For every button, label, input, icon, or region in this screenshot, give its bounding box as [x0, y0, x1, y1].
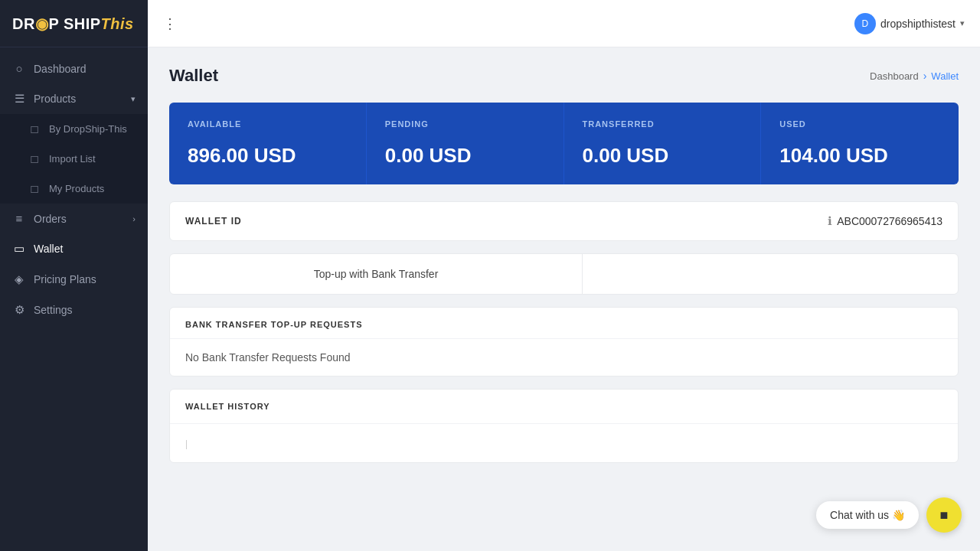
- available-label: AVAILABLE: [188, 119, 348, 129]
- wallet-card-transferred: TRANSFERRED 0.00 USD: [564, 103, 762, 184]
- chat-label: Chat with us 👋: [816, 501, 919, 529]
- sidebar-item-dashboard[interactable]: ○ Dashboard: [0, 54, 148, 83]
- logo-text: DR◉P SHIPThis: [12, 15, 134, 33]
- sidebar-item-label: Wallet: [34, 243, 63, 255]
- orders-icon: ≡: [12, 212, 26, 225]
- breadcrumb-parent[interactable]: Dashboard: [870, 70, 919, 82]
- bank-transfer-header: BANK TRANSFER TOP-UP REQUESTS: [170, 308, 958, 339]
- bank-transfer-section: BANK TRANSFER TOP-UP REQUESTS No Bank Tr…: [169, 307, 959, 377]
- sidebar-item-products[interactable]: ☰ Products ▾: [0, 83, 148, 114]
- pending-label: PENDING: [385, 119, 545, 129]
- wallet-history-line: |: [185, 439, 188, 449]
- wallet-history-section: WALLET HISTORY |: [169, 389, 959, 463]
- chat-widget: Chat with us 👋 ■: [816, 497, 962, 533]
- wallet-id-row: WALLET ID ℹ ABC00072766965413: [169, 201, 959, 241]
- sidebar-item-my-products[interactable]: □ My Products: [0, 174, 148, 204]
- wallet-history-header: WALLET HISTORY: [170, 390, 958, 424]
- logo-drop: DR: [12, 15, 35, 32]
- sidebar-item-label: Pricing Plans: [34, 273, 96, 285]
- sidebar-item-label: My Products: [49, 183, 104, 194]
- page-title: Wallet: [169, 66, 218, 86]
- sidebar-nav: ○ Dashboard ☰ Products ▾ □ By DropShip-T…: [0, 47, 148, 551]
- sidebar-submenu-products: □ By DropShip-This □ Import List □ My Pr…: [0, 114, 148, 204]
- available-value: 896.00 USD: [188, 144, 348, 168]
- submenu-icon: □: [28, 182, 41, 195]
- info-icon: ℹ: [828, 214, 832, 228]
- pending-value: 0.00 USD: [385, 144, 545, 168]
- main-area: ⋮ D dropshipthistest ▾ Wallet Dashboard …: [148, 0, 980, 551]
- sidebar-item-settings[interactable]: ⚙ Settings: [0, 295, 148, 325]
- wallet-card-available: AVAILABLE 896.00 USD: [169, 103, 367, 184]
- logo-ship: P SHIP: [48, 15, 100, 32]
- chat-button[interactable]: ■: [926, 497, 962, 533]
- wallet-id-number: ABC00072766965413: [837, 215, 942, 227]
- transferred-value: 0.00 USD: [583, 144, 743, 168]
- wallet-icon: ▭: [12, 242, 26, 256]
- sidebar-item-label: By DropShip-This: [49, 123, 127, 135]
- sidebar-item-orders[interactable]: ≡ Orders ›: [0, 204, 148, 233]
- account-chevron-icon: ▾: [960, 18, 965, 28]
- bank-transfer-title: BANK TRANSFER TOP-UP REQUESTS: [185, 320, 942, 329]
- chevron-down-icon: ▾: [131, 94, 136, 104]
- sidebar-item-label: Orders: [34, 213, 67, 225]
- breadcrumb-current: Wallet: [931, 70, 959, 82]
- wallet-history-body: |: [170, 424, 958, 462]
- logo: DR◉P SHIPThis: [0, 0, 148, 47]
- submenu-icon: □: [28, 152, 41, 165]
- breadcrumb-separator: ›: [923, 70, 927, 82]
- wallet-id-label: WALLET ID: [185, 216, 242, 227]
- sidebar-item-by-dropship[interactable]: □ By DropShip-This: [0, 114, 148, 144]
- sidebar-item-wallet[interactable]: ▭ Wallet: [0, 233, 148, 264]
- content-area: Wallet Dashboard › Wallet AVAILABLE 896.…: [148, 47, 980, 551]
- page-header: Wallet Dashboard › Wallet: [169, 66, 959, 86]
- used-value: 104.00 USD: [779, 144, 940, 168]
- topbar-account[interactable]: D dropshipthistest ▾: [854, 13, 965, 34]
- settings-icon: ⚙: [12, 303, 26, 317]
- avatar: D: [854, 13, 876, 34]
- sidebar-item-pricing-plans[interactable]: ◈ Pricing Plans: [0, 264, 148, 295]
- logo-this: This: [101, 15, 134, 32]
- bank-transfer-empty-message: No Bank Transfer Requests Found: [185, 351, 351, 364]
- topup-right-area: [583, 254, 958, 294]
- wallet-card-pending: PENDING 0.00 USD: [367, 103, 564, 184]
- wallet-id-value: ℹ ABC00072766965413: [828, 214, 942, 228]
- chevron-right-icon: ›: [132, 214, 136, 223]
- sidebar-item-import-list[interactable]: □ Import List: [0, 144, 148, 174]
- topup-bank-transfer-button[interactable]: Top-up with Bank Transfer: [170, 254, 583, 294]
- topbar: ⋮ D dropshipthistest ▾: [148, 0, 980, 47]
- pricing-icon: ◈: [12, 272, 26, 286]
- breadcrumb: Dashboard › Wallet: [870, 70, 959, 82]
- used-label: USED: [779, 119, 940, 129]
- topup-section: Top-up with Bank Transfer: [169, 253, 959, 295]
- sidebar-item-label: Import List: [49, 153, 96, 165]
- wallet-card-used: USED 104.00 USD: [761, 103, 959, 184]
- account-name: dropshipthistest: [880, 18, 956, 30]
- products-icon: ☰: [12, 92, 26, 106]
- submenu-icon: □: [28, 122, 41, 135]
- wallet-cards: AVAILABLE 896.00 USD PENDING 0.00 USD TR…: [169, 103, 959, 184]
- logo-op: ◉: [35, 15, 49, 32]
- bank-transfer-body: No Bank Transfer Requests Found: [170, 339, 958, 376]
- transferred-label: TRANSFERRED: [583, 119, 743, 129]
- topbar-left: ⋮: [163, 15, 178, 32]
- wallet-history-title: WALLET HISTORY: [185, 402, 942, 411]
- chat-icon: ■: [940, 507, 949, 523]
- sidebar-item-label: Settings: [34, 304, 73, 316]
- dashboard-icon: ○: [12, 62, 26, 75]
- sidebar-item-label: Dashboard: [34, 63, 87, 75]
- sidebar-item-label: Products: [34, 93, 76, 105]
- sidebar: DR◉P SHIPThis ○ Dashboard ☰ Products ▾ □…: [0, 0, 148, 551]
- menu-dots-icon[interactable]: ⋮: [163, 15, 178, 32]
